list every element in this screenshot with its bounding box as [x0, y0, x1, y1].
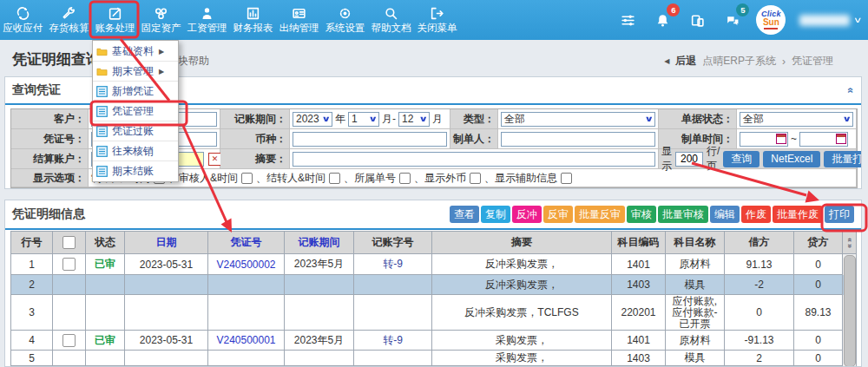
period-month-from-select[interactable]: 1∨ [348, 112, 379, 127]
reverse-button[interactable]: 反冲 [512, 206, 542, 223]
voucher-detail-table: 行号 状态 日期 凭证号 记账期间 记账字号 摘要 科目编码 科目名称 借方 贷… [10, 231, 857, 367]
nav-system-settings[interactable]: 系统设置 [322, 0, 368, 40]
nav-cashier[interactable]: 出纳管理 [276, 0, 322, 40]
menu-item-voucher-mgmt[interactable]: 凭证管理 [93, 102, 178, 121]
breadcrumb-back[interactable]: 后退 [675, 54, 696, 69]
maker-input[interactable] [501, 132, 655, 147]
breadcrumb-root[interactable]: 点晴ERP子系统 [702, 54, 776, 69]
batch-unaudit-button[interactable]: 批量反审 [575, 206, 625, 223]
batch-print-button[interactable]: 批量打印 [824, 151, 862, 167]
cell-date: 2023-05-31 [125, 254, 208, 275]
menu-item-basic-data[interactable]: 基础资料 ▶ [93, 42, 178, 62]
nav-help-docs[interactable]: 帮助文档 [368, 0, 414, 40]
user-account-menu[interactable]: ∨ [799, 15, 861, 26]
copy-button[interactable]: 复制 [481, 206, 510, 223]
netexcel-button[interactable]: NetExcel [763, 151, 820, 167]
currency-input[interactable] [293, 132, 447, 147]
nav-label: 关闭菜单 [418, 23, 457, 34]
option-foreign-currency-checkbox[interactable] [470, 173, 481, 184]
period-year-select[interactable]: 2023∨ [293, 112, 332, 127]
col-voucher-no[interactable]: 凭证号 [208, 232, 285, 254]
option-aux-info-checkbox[interactable] [561, 173, 572, 184]
make-time-from-input[interactable] [740, 132, 788, 147]
view-button[interactable]: 查看 [450, 206, 479, 223]
rows-per-page-input[interactable] [675, 152, 703, 167]
cell-debit: 91.13 [725, 254, 794, 275]
nav-fixed-assets[interactable]: 固定资产 [138, 0, 184, 40]
voucher-link[interactable]: V240500002 [208, 254, 285, 275]
print-button[interactable]: 打印 [825, 206, 854, 223]
cell-debit: -2 [725, 275, 794, 295]
nav-financial-reports[interactable]: 财务报表 [230, 0, 276, 40]
voucher-link[interactable]: V240500001 [208, 331, 285, 351]
select-all-checkbox[interactable] [62, 236, 76, 249]
audit-button[interactable]: 审核 [627, 206, 656, 223]
cell-checkbox [53, 351, 86, 366]
devices-icon[interactable] [687, 10, 707, 30]
currency-label: 币种： [220, 129, 290, 149]
type-select[interactable]: 全部∨ [501, 112, 655, 127]
cell-checkbox [53, 331, 86, 351]
messages-icon[interactable]: 5 [721, 10, 742, 30]
batch-audit-button[interactable]: 批量审核 [658, 206, 708, 223]
menu-item-period-mgmt[interactable]: 期末管理 ▶ [93, 62, 178, 82]
clear-x-icon[interactable]: ✕ [208, 153, 221, 166]
cell-credit: 0 [794, 351, 843, 366]
cell-period [285, 295, 354, 331]
nav-close-menu[interactable]: 关闭菜单 [414, 0, 460, 40]
collapse-section-icon[interactable]: « [845, 88, 858, 94]
calendar-icon[interactable] [836, 134, 846, 144]
menu-item-reconciliation[interactable]: 往来核销 [93, 141, 178, 161]
cell-word-no: 转-9 [354, 331, 432, 351]
void-button[interactable]: 作废 [741, 206, 771, 223]
batch-void-button[interactable]: 批量作废 [773, 206, 823, 223]
calendar-icon[interactable] [776, 134, 786, 144]
scroll-up-icon[interactable]: « [846, 237, 852, 241]
nav-receivable-payable[interactable]: 应收应付 [0, 0, 46, 40]
row-checkbox[interactable] [62, 258, 76, 271]
option-transfer-time-checkbox[interactable] [329, 173, 340, 184]
row-checkbox[interactable] [62, 334, 76, 347]
cell-debit: 0 [725, 295, 794, 331]
scroll-down-icon[interactable]: » [846, 243, 852, 247]
doc-status-select[interactable]: 全部∨ [740, 112, 853, 127]
folder-icon [96, 66, 108, 77]
voucher-detail-panel: 凭证明细信息 查看 复制 反冲 反审 批量反审 审核 批量审核 编辑 作废 批量… [4, 200, 862, 367]
cell-status [86, 351, 125, 366]
col-date[interactable]: 日期 [125, 232, 208, 254]
submenu-arrow-icon: ▶ [159, 48, 164, 56]
search-button[interactable]: 查询 [723, 151, 760, 167]
edit-button[interactable]: 编辑 [710, 206, 740, 223]
chevron-down-icon: ∨ [321, 115, 331, 123]
option-auditor-time: 、审核人&时间 [168, 171, 238, 186]
cell-summary: 反冲采购发票， [432, 275, 612, 295]
col-status: 状态 [86, 232, 125, 254]
menu-item-voucher-posting[interactable]: 凭证过账 [93, 121, 178, 141]
cell-status [86, 275, 125, 295]
option-auditor-time-checkbox[interactable] [241, 173, 253, 184]
nav-payroll[interactable]: 工资管理 [184, 0, 230, 40]
breadcrumb-current[interactable]: 凭证管理 [792, 54, 833, 69]
cell-credit: 0 [794, 331, 843, 351]
doc-status-label: 单据状态： [659, 109, 737, 129]
notifications-bell-icon[interactable]: 6 [652, 10, 673, 30]
menu-item-period-closing[interactable]: 期末结账 [93, 161, 178, 180]
back-arrow-icon: ◀ [664, 57, 669, 65]
nav-account-processing[interactable]: 账务处理 [92, 0, 138, 40]
cell-checkbox [53, 254, 86, 275]
unaudit-button[interactable]: 反审 [543, 206, 573, 223]
sliders-icon[interactable] [617, 10, 638, 30]
scrollbar-thumb[interactable] [844, 255, 856, 367]
col-period[interactable]: 记账期间 [285, 232, 354, 254]
cell-voucher [208, 351, 285, 366]
clicksun-logo[interactable]: Click Sun [756, 5, 786, 35]
summary-input[interactable] [293, 152, 655, 167]
period-month-to-select[interactable]: 12∨ [398, 112, 430, 127]
menu-item-new-voucher[interactable]: 新增凭证 [93, 82, 178, 102]
cell-summary: 采购发票， [432, 331, 612, 351]
make-time-to-input[interactable] [799, 132, 848, 147]
cell-status [86, 295, 125, 331]
maker-label: 制单人： [450, 129, 498, 149]
option-doc-no-checkbox[interactable] [399, 173, 411, 184]
nav-inventory-accounting[interactable]: 存货核算 [46, 0, 92, 40]
